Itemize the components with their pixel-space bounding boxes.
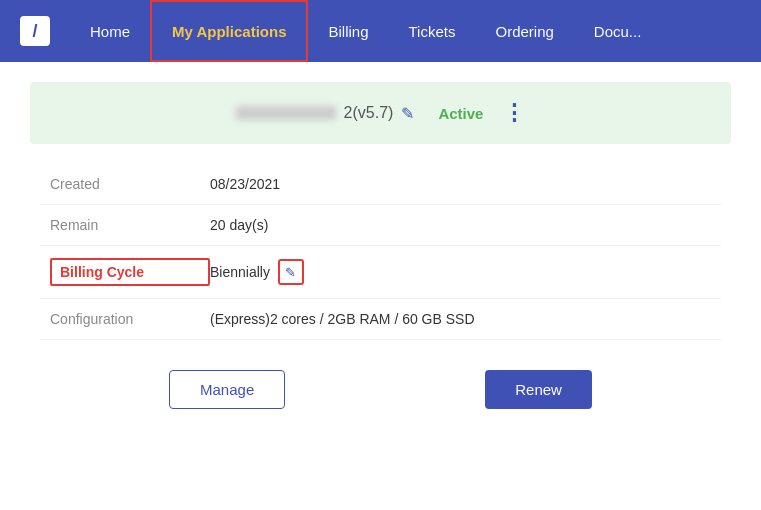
configuration-row: Configuration (Express)2 cores / 2GB RAM… (40, 299, 721, 340)
nav-home[interactable]: Home (70, 0, 150, 62)
navbar: / Home My Applications Billing Tickets O… (0, 0, 761, 62)
button-row: Manage Renew (30, 370, 731, 409)
nav-billing[interactable]: Billing (308, 0, 388, 62)
nav-docs[interactable]: Docu... (574, 0, 662, 62)
app-status: Active (438, 105, 483, 122)
nav-tickets[interactable]: Tickets (389, 0, 476, 62)
created-value: 08/23/2021 (210, 176, 280, 192)
details-table: Created 08/23/2021 Remain 20 day(s) Bill… (30, 164, 731, 340)
billing-cycle-value: Biennially ✎ (210, 259, 304, 285)
nav-ordering[interactable]: Ordering (475, 0, 573, 62)
app-title-group: 2(v5.7) ✎ Active ⋮ (236, 100, 526, 126)
manage-button[interactable]: Manage (169, 370, 285, 409)
renew-button[interactable]: Renew (485, 370, 592, 409)
remain-label: Remain (50, 217, 210, 233)
remain-row: Remain 20 day(s) (40, 205, 721, 246)
nav-my-applications[interactable]: My Applications (150, 0, 308, 62)
billing-cycle-label: Billing Cycle (50, 258, 210, 286)
remain-value: 20 day(s) (210, 217, 268, 233)
created-label: Created (50, 176, 210, 192)
app-more-icon[interactable]: ⋮ (503, 100, 525, 126)
brand-icon: / (20, 16, 50, 46)
app-name-blurred (236, 106, 336, 120)
app-name-edit-icon[interactable]: ✎ (401, 104, 414, 123)
billing-cycle-edit-icon[interactable]: ✎ (278, 259, 304, 285)
configuration-label: Configuration (50, 311, 210, 327)
billing-cycle-text: Biennially (210, 264, 270, 280)
brand-logo: / (10, 0, 60, 62)
configuration-value: (Express)2 cores / 2GB RAM / 60 GB SSD (210, 311, 475, 327)
app-header: 2(v5.7) ✎ Active ⋮ (30, 82, 731, 144)
app-name-suffix: 2(v5.7) (344, 104, 394, 122)
main-content: 2(v5.7) ✎ Active ⋮ Created 08/23/2021 Re… (0, 62, 761, 429)
created-row: Created 08/23/2021 (40, 164, 721, 205)
billing-cycle-row: Billing Cycle Biennially ✎ (40, 246, 721, 299)
